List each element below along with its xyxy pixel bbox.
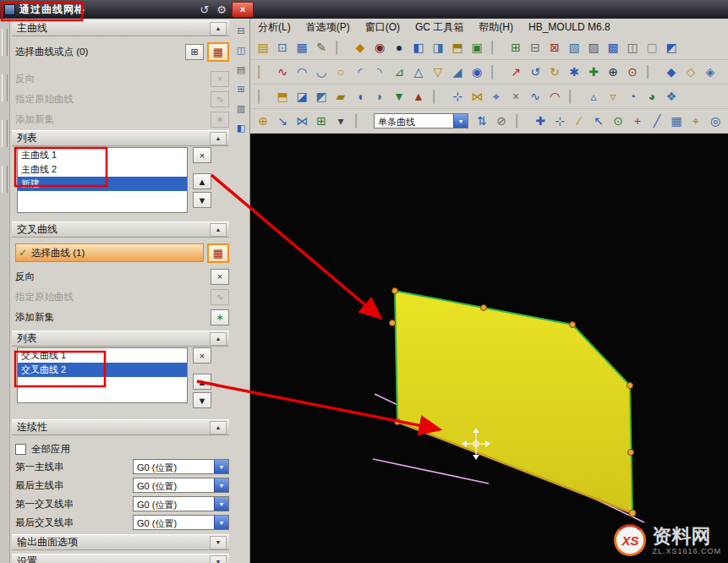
toolbar-icon[interactable]: ◢ (448, 63, 467, 81)
remove-button[interactable]: × (193, 147, 211, 163)
origin-curve-button[interactable]: ∿ (211, 91, 229, 107)
toolbar-icon[interactable]: ◖ (351, 87, 369, 106)
toolbar-icon[interactable]: ✎ (312, 38, 331, 57)
toolbar-icon[interactable]: ▦ (667, 112, 686, 130)
curve-rule-combobox[interactable]: 单条曲线 ▼ (374, 113, 468, 128)
toolbar-icon[interactable]: ⇅ (473, 112, 491, 130)
collapse-chevron-icon[interactable]: ▼ (210, 555, 227, 563)
continuity-select[interactable]: G0 (位置) ▼ (133, 515, 229, 530)
toolbar-icon[interactable]: ◇ (681, 63, 700, 81)
dropdown-arrow-icon[interactable]: ▼ (214, 497, 228, 511)
toolbar-icon[interactable]: ◫ (623, 38, 642, 57)
toolbar-icon[interactable]: ◧ (409, 38, 428, 57)
toolbar-icon[interactable]: ∿ (273, 63, 292, 81)
toolbar-icon[interactable]: ⊙ (609, 112, 627, 130)
toolbar-icon[interactable]: ▿ (604, 87, 622, 106)
dropdown-arrow-icon[interactable]: ▼ (453, 114, 468, 128)
toolbar-icon[interactable]: ▰ (331, 87, 350, 106)
toolbar-icon[interactable]: ◨ (429, 38, 447, 57)
toolbar-icon[interactable]: ⊕ (604, 63, 622, 81)
toolbar-icon[interactable]: ◈ (701, 63, 720, 81)
origin-curve-button[interactable]: ∿ (211, 289, 229, 305)
toolbar-icon[interactable]: ◗ (370, 87, 389, 106)
main-curves-list[interactable]: 主曲线 1 主曲线 2 新建 (17, 147, 188, 213)
list-item[interactable]: 主曲线 1 (18, 148, 187, 162)
dialog-titlebar[interactable]: 通过曲线网格 ↺ ⚙ × (0, 0, 728, 19)
toolbar-icon[interactable]: ◜ (351, 63, 369, 81)
handle-point[interactable] (570, 322, 576, 328)
toolbar-icon[interactable]: ↘ (273, 112, 292, 130)
menu-item[interactable]: 分析(L) (250, 19, 298, 36)
toolbar-icon[interactable]: ⋈ (468, 87, 486, 106)
curve-mesh-button[interactable]: ▦ (207, 42, 229, 62)
reverse-direction-button[interactable]: × (211, 71, 229, 87)
toolbar-icon[interactable]: ▣ (468, 38, 486, 57)
toolbar-icon[interactable]: ⊹ (550, 112, 569, 130)
mesh-surface[interactable] (395, 291, 632, 513)
collapse-chevron-icon[interactable]: ▲ (210, 132, 227, 145)
toolbar-icon[interactable]: ⊿ (390, 63, 408, 81)
reverse-direction-button[interactable]: × (211, 269, 229, 285)
toolbar-icon[interactable]: ▏ (254, 63, 272, 81)
continuity-select[interactable]: G0 (位置) ▼ (133, 459, 229, 474)
toolbar-icon[interactable]: ▲ (409, 87, 428, 106)
list-header-main[interactable]: 列表 ▲ (12, 130, 229, 146)
toolbar-icon[interactable]: × (506, 87, 525, 106)
menu-item[interactable]: GC 工具箱 (408, 19, 471, 36)
toolbar-icon[interactable]: ╱ (648, 112, 666, 130)
section-header-settings[interactable]: 设置 ▼ (12, 554, 229, 563)
toolbar-icon[interactable]: ⌖ (687, 112, 705, 130)
dock-grip[interactable] (2, 120, 8, 147)
toolbar-icon[interactable]: ▏ (565, 87, 583, 106)
dock-grip[interactable] (2, 74, 8, 101)
menu-item[interactable]: 帮助(H) (471, 19, 521, 36)
toolbar-icon[interactable]: ▏ (429, 87, 447, 106)
reset-icon[interactable]: ↺ (198, 3, 211, 16)
toolbar-icon[interactable]: ◕ (643, 87, 661, 106)
toolbar-icon[interactable]: ▵ (584, 87, 603, 106)
toolbar-icon[interactable]: ▏ (643, 63, 661, 81)
toolbar-icon[interactable]: ❖ (662, 87, 681, 106)
continuity-select[interactable]: G0 (位置) ▼ (133, 478, 229, 493)
menu-item[interactable]: HB_MOULD M6.8 (521, 19, 618, 36)
add-new-set-row[interactable]: 添加新集 ∗ (15, 308, 229, 326)
dropdown-arrow-icon[interactable]: ▼ (214, 460, 228, 473)
handle-point[interactable] (395, 419, 401, 425)
rail-icon[interactable]: ▥ (234, 101, 249, 116)
toolbar-icon[interactable]: ✚ (584, 63, 603, 81)
reverse-row[interactable]: 反向 × (15, 267, 229, 286)
dock-grip[interactable] (2, 166, 8, 193)
menu-item[interactable]: 首选项(P) (298, 19, 358, 36)
graphics-viewport[interactable]: XS 资料网 ZL.XS1616.COM (250, 134, 728, 563)
toolbar-icon[interactable]: ⋈ (293, 112, 311, 130)
handle-point[interactable] (392, 288, 398, 294)
toolbar-icon[interactable]: ⊞ (506, 38, 525, 57)
toolbar-icon[interactable]: ○ (331, 63, 350, 81)
toolbar-icon[interactable]: ▏ (254, 87, 272, 106)
toolbar-icon[interactable]: ◉ (468, 63, 486, 81)
toolbar-icon[interactable]: ▽ (429, 63, 447, 81)
toolbar-icon[interactable]: ▾ (331, 112, 350, 130)
rail-icon[interactable]: ⊟ (234, 24, 249, 38)
add-new-set-button[interactable]: ∗ (211, 112, 229, 128)
cross-curves-list[interactable]: 交叉曲线 1 交叉曲线 2 (17, 347, 188, 403)
toolbar-icon[interactable]: ⊟ (526, 38, 545, 57)
move-up-button[interactable]: ▲ (193, 173, 211, 189)
toolbar-icon[interactable]: ⌖ (487, 87, 506, 106)
toolbar-icon[interactable]: ▩ (604, 38, 622, 57)
toolbar-icon[interactable]: ✱ (565, 63, 583, 81)
toolbar-icon[interactable]: ▤ (254, 38, 272, 57)
toolbar-icon[interactable]: ▏ (487, 38, 506, 57)
section-header-main-curves[interactable]: 主曲线 ▲ (12, 20, 229, 36)
handle-point[interactable] (390, 320, 396, 326)
collapse-chevron-icon[interactable]: ▲ (210, 22, 227, 36)
toolbar-icon[interactable]: ↺ (526, 63, 545, 81)
toolbar-icon[interactable]: ⊞ (312, 112, 331, 130)
toolbar-icon[interactable]: ⊹ (448, 87, 467, 106)
toolbar-icon[interactable]: ● (390, 38, 408, 57)
move-down-button[interactable]: ▼ (193, 192, 211, 208)
toolbar-icon[interactable]: ▦ (293, 38, 311, 57)
close-button[interactable]: × (232, 2, 254, 18)
apply-all-checkbox[interactable] (15, 444, 26, 455)
select-curve-or-point-row[interactable]: 选择曲线或点 (0) ⊞ ▦ (15, 41, 229, 63)
